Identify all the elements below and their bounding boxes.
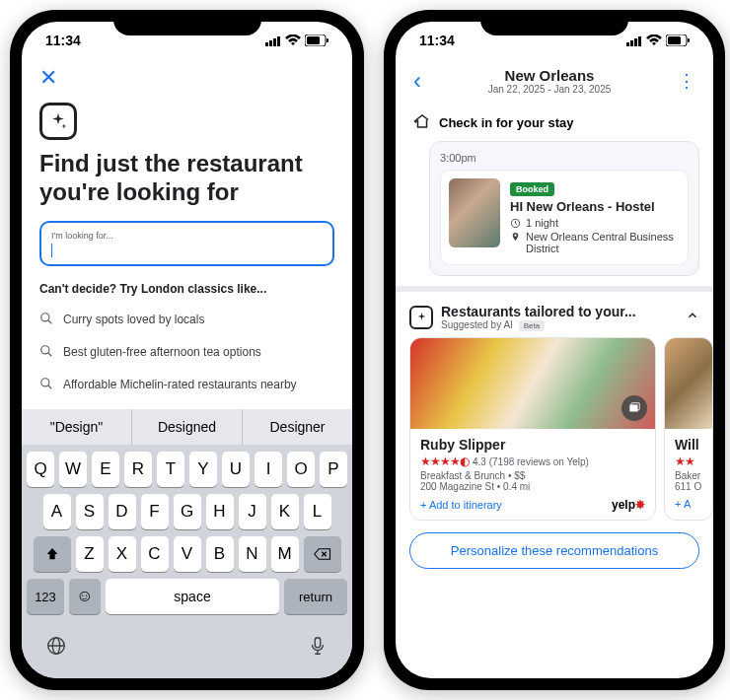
- booking-card[interactable]: 3:00pm Booked HI New Orleans - Hostel 1 …: [429, 141, 699, 276]
- add-label: A: [684, 498, 691, 510]
- return-key[interactable]: return: [284, 579, 347, 614]
- personalize-button[interactable]: Personalize these recommendations: [409, 532, 699, 569]
- page-title: New Orleans: [425, 67, 674, 84]
- numbers-key[interactable]: 123: [27, 579, 64, 614]
- suggestion-item[interactable]: Best gluten-free afternoon tea options: [22, 336, 352, 369]
- svg-rect-25: [629, 405, 637, 412]
- key-p[interactable]: P: [320, 452, 347, 487]
- suggestion-item[interactable]: Curry spots loved by locals: [22, 304, 352, 336]
- pin-icon: [510, 232, 521, 243]
- search-label: I'm looking for...: [51, 231, 323, 241]
- more-button[interactable]: ⋮: [674, 66, 699, 96]
- key-a[interactable]: A: [43, 494, 71, 529]
- svg-rect-18: [630, 40, 633, 46]
- key-x[interactable]: X: [109, 536, 136, 572]
- sparkle-icon: [39, 103, 77, 140]
- key-u[interactable]: U: [222, 452, 250, 487]
- key-j[interactable]: J: [239, 494, 266, 529]
- key-l[interactable]: L: [304, 494, 331, 529]
- key-c[interactable]: C: [141, 536, 169, 572]
- rec-subtitle: Suggested by AI Beta: [441, 319, 678, 331]
- restaurant-cards[interactable]: Ruby Slipper ★★★★◐ 4.3 (7198 reviews on …: [396, 337, 713, 521]
- collapse-button[interactable]: [686, 309, 699, 326]
- rating-row: ★★★★◐ 4.3 (7198 reviews on Yelp): [420, 455, 645, 468]
- gallery-icon[interactable]: [621, 395, 647, 421]
- booking-info: Booked HI New Orleans - Hostel 1 night N…: [510, 178, 680, 256]
- key-o[interactable]: O: [287, 452, 315, 487]
- restaurant-image: [410, 338, 655, 429]
- checkin-icon: [413, 112, 431, 133]
- key-r[interactable]: R: [124, 452, 152, 487]
- signal-icon: [265, 35, 281, 46]
- back-button[interactable]: ‹: [409, 63, 425, 99]
- svg-rect-23: [688, 38, 690, 42]
- key-n[interactable]: N: [239, 536, 266, 572]
- battery-icon: [666, 35, 690, 46]
- key-f[interactable]: F: [141, 494, 169, 529]
- key-z[interactable]: Z: [76, 536, 104, 572]
- svg-rect-6: [327, 38, 328, 42]
- clock: 11:34: [419, 33, 455, 48]
- restaurant-card[interactable]: Ruby Slipper ★★★★◐ 4.3 (7198 reviews on …: [409, 337, 656, 521]
- key-e[interactable]: E: [92, 452, 119, 487]
- status-icons: [626, 35, 690, 46]
- key-w[interactable]: W: [59, 452, 87, 487]
- key-s[interactable]: S: [76, 494, 104, 529]
- add-to-itinerary-button[interactable]: + Add to itinerary: [420, 499, 502, 511]
- restaurant-card[interactable]: Will ★★ Baker 611 O + A: [664, 337, 713, 521]
- key-m[interactable]: M: [271, 536, 299, 572]
- restaurant-image: [665, 338, 712, 429]
- globe-icon[interactable]: [45, 635, 67, 661]
- space-key[interactable]: space: [106, 579, 279, 614]
- suggestions-hint: Can't decide? Try London classics like..…: [22, 266, 352, 304]
- svg-rect-20: [638, 36, 641, 46]
- keyboard: "Design" Designed Designer Q W E R T Y U…: [22, 409, 352, 678]
- key-h[interactable]: H: [206, 494, 234, 529]
- mic-icon[interactable]: [307, 635, 328, 661]
- key-k[interactable]: K: [271, 494, 299, 529]
- suggestion-text: Affordable Michelin-rated restaurants ne…: [63, 378, 297, 391]
- rating-text: 4.3 (7198 reviews on Yelp): [473, 456, 589, 467]
- text-cursor: [51, 244, 52, 257]
- key-i[interactable]: I: [255, 452, 282, 487]
- search-input[interactable]: I'm looking for...: [39, 221, 334, 266]
- add-to-itinerary-button[interactable]: + A: [675, 498, 691, 510]
- checkin-header: Check in for your stay: [396, 103, 713, 141]
- key-y[interactable]: Y: [189, 452, 217, 487]
- recommendations-header: Restaurants tailored to your... Suggeste…: [396, 292, 713, 337]
- emoji-key[interactable]: ☺: [69, 579, 101, 614]
- card-footer: + A: [675, 498, 702, 510]
- prediction-bar: "Design" Designed Designer: [22, 409, 352, 445]
- wifi-icon: [646, 35, 662, 46]
- itinerary-screen: ‹ New Orleans Jan 22, 2025 - Jan 23, 202…: [396, 59, 713, 678]
- prediction[interactable]: Designed: [132, 409, 243, 445]
- key-d[interactable]: D: [109, 494, 136, 529]
- search-icon: [39, 377, 53, 393]
- key-row: 123 ☺ space return: [22, 572, 352, 621]
- rating-row: ★★: [675, 455, 702, 468]
- booking-thumbnail: [449, 178, 500, 247]
- key-q[interactable]: Q: [27, 452, 54, 487]
- svg-rect-3: [277, 36, 280, 46]
- location-row: New Orleans Central Business District: [510, 231, 680, 254]
- restaurant-name: Will: [675, 437, 702, 453]
- prediction[interactable]: Designer: [243, 409, 352, 445]
- prediction[interactable]: "Design": [22, 409, 132, 445]
- clock-icon: [510, 218, 521, 229]
- checkin-time: 3:00pm: [440, 152, 689, 164]
- nights-row: 1 night: [510, 217, 680, 229]
- key-v[interactable]: V: [174, 536, 201, 572]
- notch: [480, 10, 628, 35]
- search-icon: [39, 344, 53, 361]
- backspace-key[interactable]: [304, 536, 341, 572]
- shift-key[interactable]: [34, 536, 71, 572]
- key-b[interactable]: B: [206, 536, 234, 572]
- clock: 11:34: [45, 33, 81, 48]
- svg-rect-2: [273, 38, 276, 46]
- suggestion-text: Best gluten-free afternoon tea options: [63, 345, 261, 359]
- close-button[interactable]: ✕: [22, 59, 352, 97]
- suggestion-item[interactable]: Affordable Michelin-rated restaurants ne…: [22, 369, 352, 401]
- key-g[interactable]: G: [174, 494, 201, 529]
- suggestion-text: Curry spots loved by locals: [63, 313, 204, 326]
- key-t[interactable]: T: [157, 452, 184, 487]
